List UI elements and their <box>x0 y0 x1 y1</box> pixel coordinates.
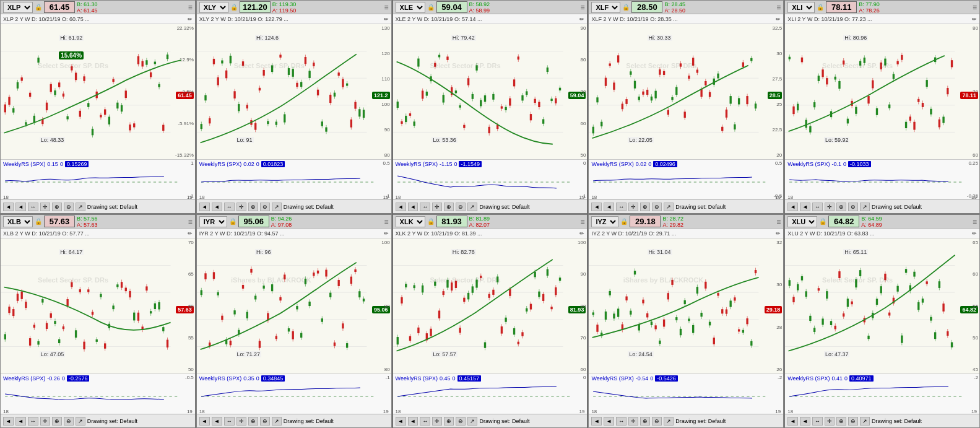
draw-icon-xle[interactable]: ✏ <box>579 16 584 22</box>
nav-back2-xlb[interactable]: ◄ <box>15 417 26 426</box>
ticker-select-iyr[interactable]: IYR <box>199 216 227 227</box>
nav-back2-iyr[interactable]: ◄ <box>212 417 222 426</box>
crosshair-iyr[interactable]: ✛ <box>236 417 246 426</box>
menu-icon-xli[interactable]: ≡ <box>973 3 977 12</box>
nav-back2-xlk[interactable]: ◄ <box>408 417 418 426</box>
nav-back2-xlp[interactable]: ◄ <box>15 203 26 211</box>
zoom-out-xlk[interactable]: ⊖ <box>456 417 466 426</box>
nav-expand-xlb[interactable]: ↔ <box>28 417 38 426</box>
zoom-in-iyr[interactable]: ⊕ <box>248 417 258 426</box>
nav-back2-xly[interactable]: ◄ <box>212 203 222 211</box>
nav-back-xli[interactable]: ◄ <box>787 203 798 211</box>
nav-back-xlp[interactable]: ◄ <box>3 203 14 211</box>
zoom-in-xly[interactable]: ⊕ <box>248 203 258 211</box>
cursor-xly[interactable]: ↗ <box>272 203 282 211</box>
nav-expand-xlu[interactable]: ↔ <box>812 417 823 426</box>
zoom-out-xly[interactable]: ⊖ <box>260 203 270 211</box>
ticker-select-xly[interactable]: XLY <box>199 2 228 13</box>
nav-expand-iyz[interactable]: ↔ <box>616 417 627 426</box>
zoom-in-xlu[interactable]: ⊕ <box>836 417 846 426</box>
nav-back2-xle[interactable]: ◄ <box>408 203 418 211</box>
zoom-out-xlp[interactable]: ⊖ <box>64 203 74 211</box>
zoom-in-xlb[interactable]: ⊕ <box>52 417 62 426</box>
menu-icon-xlf[interactable]: ≡ <box>776 3 781 12</box>
nav-back-iyz[interactable]: ◄ <box>591 417 602 426</box>
ticker-select-iyz[interactable]: IYZ <box>591 216 618 227</box>
draw-icon-xly[interactable]: ✏ <box>384 16 389 22</box>
zoom-out-xle[interactable]: ⊖ <box>456 203 466 211</box>
cursor-xli[interactable]: ↗ <box>860 203 870 211</box>
zoom-in-xli[interactable]: ⊕ <box>836 203 846 211</box>
crosshair-xli[interactable]: ✛ <box>825 203 835 211</box>
nav-expand-xlp[interactable]: ↔ <box>28 203 38 211</box>
draw-icon-xlu[interactable]: ✏ <box>972 230 977 237</box>
draw-icon-xlp[interactable]: ✏ <box>188 16 193 22</box>
cursor-xlp[interactable]: ↗ <box>76 203 85 211</box>
nav-expand-iyr[interactable]: ↔ <box>224 417 235 426</box>
nav-back-xlb[interactable]: ◄ <box>3 417 14 426</box>
zoom-in-xlk[interactable]: ⊕ <box>444 417 454 426</box>
nav-back-xly[interactable]: ◄ <box>199 203 210 211</box>
ticker-select-xlb[interactable]: XLB <box>3 216 33 227</box>
draw-icon-xlf[interactable]: ✏ <box>776 16 781 22</box>
nav-back2-xlf[interactable]: ◄ <box>604 203 614 211</box>
crosshair-iyz[interactable]: ✛ <box>628 417 638 426</box>
menu-icon-xlu[interactable]: ≡ <box>973 217 977 226</box>
nav-expand-xlf[interactable]: ↔ <box>616 203 627 211</box>
menu-icon-xly[interactable]: ≡ <box>384 3 389 12</box>
menu-icon-xlp[interactable]: ≡ <box>188 3 193 12</box>
crosshair-xle[interactable]: ✛ <box>432 203 442 211</box>
draw-icon-xlk[interactable]: ✏ <box>579 230 584 237</box>
crosshair-xlk[interactable]: ✛ <box>432 417 442 426</box>
menu-icon-xlk[interactable]: ≡ <box>580 217 584 226</box>
nav-expand-xly[interactable]: ↔ <box>224 203 235 211</box>
zoom-in-xlf[interactable]: ⊕ <box>640 203 650 211</box>
nav-back-xlf[interactable]: ◄ <box>591 203 602 211</box>
draw-icon-iyz[interactable]: ✏ <box>776 230 781 237</box>
nav-back-xle[interactable]: ◄ <box>396 203 406 211</box>
nav-back2-xlu[interactable]: ◄ <box>800 417 810 426</box>
crosshair-xly[interactable]: ✛ <box>236 203 246 211</box>
menu-icon-iyr[interactable]: ≡ <box>384 217 389 226</box>
crosshair-xlf[interactable]: ✛ <box>628 203 638 211</box>
draw-icon-xli[interactable]: ✏ <box>972 16 977 22</box>
menu-icon-xle[interactable]: ≡ <box>580 3 584 12</box>
crosshair-xlb[interactable]: ✛ <box>40 417 50 426</box>
cursor-xle[interactable]: ↗ <box>467 203 477 211</box>
zoom-out-xlb[interactable]: ⊖ <box>64 417 74 426</box>
cursor-iyr[interactable]: ↗ <box>272 417 282 426</box>
ticker-select-xli[interactable]: XLI <box>787 2 815 13</box>
ticker-select-xlk[interactable]: XLK <box>396 216 425 227</box>
cursor-iyz[interactable]: ↗ <box>664 417 674 426</box>
nav-back-xlu[interactable]: ◄ <box>787 417 798 426</box>
ticker-select-xlu[interactable]: XLU <box>787 216 817 227</box>
draw-icon-xlb[interactable]: ✏ <box>188 230 193 237</box>
zoom-out-iyr[interactable]: ⊖ <box>260 417 270 426</box>
nav-expand-xli[interactable]: ↔ <box>812 203 823 211</box>
crosshair-xlu[interactable]: ✛ <box>825 417 835 426</box>
zoom-out-xlu[interactable]: ⊖ <box>848 417 858 426</box>
zoom-in-iyz[interactable]: ⊕ <box>640 417 650 426</box>
cursor-xlf[interactable]: ↗ <box>664 203 674 211</box>
crosshair-xlp[interactable]: ✛ <box>40 203 50 211</box>
zoom-in-xlp[interactable]: ⊕ <box>52 203 62 211</box>
zoom-out-xlf[interactable]: ⊖ <box>652 203 662 211</box>
cursor-xlu[interactable]: ↗ <box>860 417 870 426</box>
menu-icon-xlb[interactable]: ≡ <box>188 217 193 226</box>
draw-icon-iyr[interactable]: ✏ <box>384 230 389 237</box>
ticker-select-xlp[interactable]: XLP <box>3 2 33 13</box>
nav-back-iyr[interactable]: ◄ <box>199 417 210 426</box>
nav-back2-xli[interactable]: ◄ <box>800 203 810 211</box>
nav-back2-iyz[interactable]: ◄ <box>604 417 614 426</box>
cursor-xlb[interactable]: ↗ <box>76 417 85 426</box>
menu-icon-iyz[interactable]: ≡ <box>776 217 781 226</box>
zoom-out-xli[interactable]: ⊖ <box>848 203 858 211</box>
zoom-in-xle[interactable]: ⊕ <box>444 203 454 211</box>
zoom-out-iyz[interactable]: ⊖ <box>652 417 662 426</box>
nav-back-xlk[interactable]: ◄ <box>396 417 406 426</box>
nav-expand-xle[interactable]: ↔ <box>420 203 430 211</box>
ticker-select-xle[interactable]: XLE <box>396 2 425 13</box>
ticker-select-xlf[interactable]: XLF <box>591 2 620 13</box>
cursor-xlk[interactable]: ↗ <box>467 417 477 426</box>
nav-expand-xlk[interactable]: ↔ <box>420 417 430 426</box>
